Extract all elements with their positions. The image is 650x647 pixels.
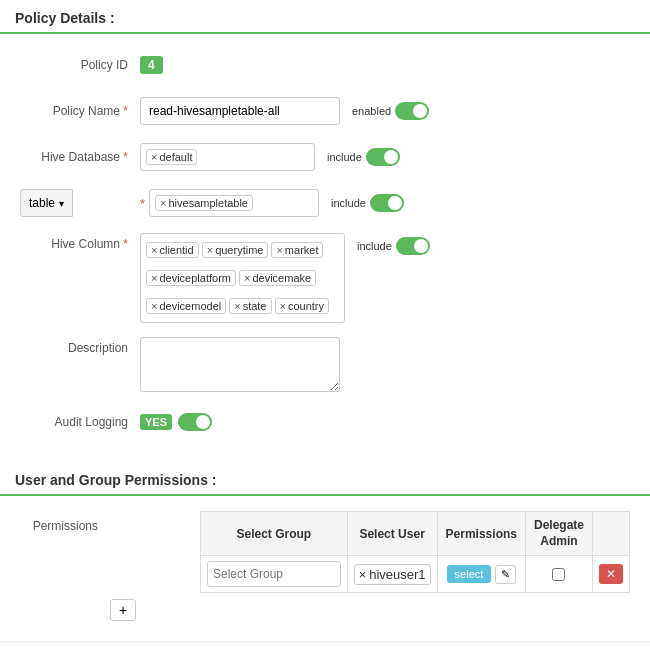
col-delegate-header: Delegate Admin (525, 512, 592, 556)
tag-devicemake: × devicemake (239, 270, 316, 286)
description-row: Description (20, 337, 630, 392)
perm-header-row: Select Group Select User Permissions Del… (201, 512, 630, 556)
policy-name-label: Policy Name * (20, 104, 140, 118)
hive-db-row: Hive Database * × default include (20, 141, 630, 173)
table-tag: × hivesampletable (155, 195, 253, 211)
hive-col-toggle-group: include (357, 233, 430, 255)
perm-select-cell: select ✎ (437, 556, 525, 593)
select-user-cell: × hiveuser1 (347, 556, 437, 593)
user-tag: hiveuser1 (369, 567, 425, 582)
table-type-select: table ▾ (20, 189, 128, 217)
section2-title: User and Group Permissions : (15, 472, 217, 488)
permissions-table-container: Select Group Select User Permissions Del… (110, 511, 630, 621)
hive-db-toggle[interactable] (366, 148, 400, 166)
policy-id-badge: 4 (140, 56, 163, 74)
select-group-cell (201, 556, 348, 593)
hive-col-include-label: include (357, 240, 392, 252)
delegate-cell (525, 556, 592, 593)
description-label: Description (20, 337, 140, 355)
audit-yes-label: YES (140, 414, 172, 430)
section2-header: User and Group Permissions : (0, 462, 650, 496)
table-row: table ▾ * × hivesampletable include (20, 187, 630, 219)
col-user-header: Select User (347, 512, 437, 556)
tag-state: × state (229, 298, 271, 314)
hive-db-include-label: include (327, 151, 362, 163)
policy-details-section: Policy Details : Policy ID 4 Policy Name… (0, 0, 650, 462)
audit-logging-row: Audit Logging YES (20, 406, 630, 438)
action-buttons: Save Cancel Delete (0, 641, 650, 647)
tag-clientid: × clientid (146, 242, 199, 258)
permissions-label: Permissions (20, 511, 110, 533)
audit-toggle[interactable] (178, 413, 212, 431)
tag-deviceplatform: × deviceplatform (146, 270, 236, 286)
table-tag-remove[interactable]: × (160, 197, 166, 209)
table-tag-input[interactable]: × hivesampletable (149, 189, 319, 217)
delete-icon: ✕ (606, 567, 616, 581)
tag-devicemodel: × devicemodel (146, 298, 226, 314)
delegate-checkbox-container (532, 568, 586, 581)
table-toggle[interactable] (370, 194, 404, 212)
toggle-slider (395, 102, 429, 120)
col-group-header: Select Group (201, 512, 348, 556)
permissions-section: User and Group Permissions : Permissions… (0, 462, 650, 647)
table-include-label: include (331, 197, 366, 209)
table-toggle-group: include (331, 194, 404, 212)
description-textarea[interactable] (140, 337, 340, 392)
edit-icon: ✎ (501, 568, 510, 580)
hive-col-label: Hive Column * (20, 233, 140, 251)
hive-column-row: Hive Column * × clientid × querytime × m… (20, 233, 630, 323)
tag-market: × market (271, 242, 323, 258)
policy-name-toggle[interactable] (395, 102, 429, 120)
section1-header: Policy Details : (0, 0, 650, 34)
policy-name-toggle-group: enabled (352, 102, 429, 120)
hive-db-toggle-group: include (327, 148, 400, 166)
select-group-input[interactable] (207, 561, 341, 587)
enabled-label: enabled (352, 105, 391, 117)
policy-name-input[interactable] (140, 97, 340, 125)
add-row-button[interactable]: + (110, 599, 136, 621)
hive-db-tag-remove[interactable]: × (151, 151, 157, 163)
hive-col-toggle[interactable] (396, 237, 430, 255)
table-label-container: table ▾ (20, 189, 140, 217)
audit-toggle-group: YES (140, 413, 212, 431)
delete-row-button[interactable]: ✕ (599, 564, 623, 584)
perm-data-row: × hiveuser1 select ✎ (201, 556, 630, 593)
user-tag-box[interactable]: × hiveuser1 (354, 564, 431, 585)
permissions-form: Permissions Select Group Select User Per… (0, 506, 650, 631)
col-delete-header (593, 512, 630, 556)
delegate-checkbox[interactable] (552, 568, 565, 581)
policy-id-label: Policy ID (20, 58, 140, 72)
select-perm-button[interactable]: select (447, 565, 492, 583)
permissions-table: Select Group Select User Permissions Del… (200, 511, 630, 593)
hive-db-label: Hive Database * (20, 150, 140, 164)
table-type-button[interactable]: table ▾ (20, 189, 73, 217)
hive-col-toggle-slider (396, 237, 430, 255)
section1-title: Policy Details : (15, 10, 115, 26)
hive-db-toggle-slider (366, 148, 400, 166)
hive-db-tag-input[interactable]: × default (140, 143, 315, 171)
tag-querytime: × querytime (202, 242, 269, 258)
hive-col-tag-input[interactable]: × clientid × querytime × market × device… (140, 233, 345, 323)
audit-toggle-slider (178, 413, 212, 431)
policy-form: Policy ID 4 Policy Name * enabled Hive D… (0, 44, 650, 462)
audit-label: Audit Logging (20, 415, 140, 429)
policy-name-row: Policy Name * enabled (20, 95, 630, 127)
col-perm-header: Permissions (437, 512, 525, 556)
policy-id-row: Policy ID 4 (20, 49, 630, 81)
table-toggle-slider (370, 194, 404, 212)
delete-row-cell: ✕ (593, 556, 630, 593)
edit-perm-button[interactable]: ✎ (495, 565, 516, 584)
hive-db-tag: × default (146, 149, 197, 165)
tag-country: × country (275, 298, 330, 314)
caret-icon: ▾ (59, 198, 64, 209)
user-tag-remove[interactable]: × (359, 567, 367, 582)
permissions-outer: Permissions Select Group Select User Per… (20, 511, 630, 621)
